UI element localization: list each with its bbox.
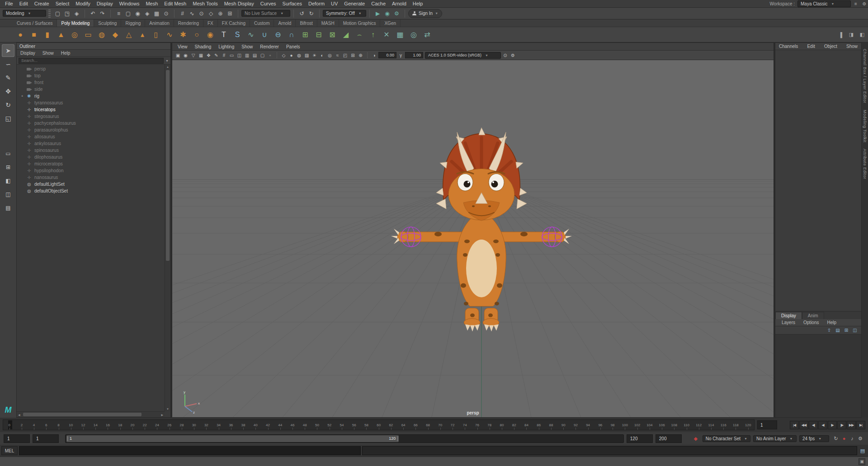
menu-item[interactable]: Generate bbox=[341, 1, 368, 6]
gate-mask-icon[interactable]: ▥ bbox=[243, 52, 251, 59]
playback-loop-icon[interactable]: ↻ bbox=[832, 434, 840, 442]
mute-sound-icon[interactable]: ♪ bbox=[848, 434, 856, 442]
viewport-menu-item[interactable]: Panels bbox=[283, 44, 304, 49]
sweep-mesh-icon[interactable]: ∿ bbox=[244, 28, 258, 42]
outliner-item[interactable]: nanosaurus bbox=[17, 174, 165, 181]
outliner-item[interactable]: top bbox=[17, 72, 165, 79]
menu-item[interactable]: Create bbox=[31, 1, 52, 6]
outliner-menu-item[interactable]: Display bbox=[17, 51, 39, 56]
outliner-item[interactable]: side bbox=[17, 86, 165, 93]
view-transform-selector[interactable]: ACES 1.0 SDR-video (sRGB) ▼ bbox=[425, 52, 501, 59]
snap-to-curve-icon[interactable]: ∿ bbox=[187, 9, 197, 18]
motion-blur-icon[interactable]: ≈ bbox=[334, 52, 341, 59]
boolean-union-icon[interactable]: ∪ bbox=[258, 28, 271, 42]
empty-layer-icon[interactable]: ▤ bbox=[834, 327, 841, 334]
bevel-icon[interactable]: ◢ bbox=[339, 28, 353, 42]
select-mask-icon[interactable]: ◈ bbox=[142, 9, 152, 18]
layer-editor-menu-item[interactable]: Help bbox=[823, 320, 840, 325]
select-component-icon[interactable]: ◉ bbox=[133, 9, 142, 18]
shelf-tab[interactable]: MASH bbox=[317, 19, 339, 27]
grease-pencil-icon[interactable]: ✎ bbox=[212, 52, 220, 59]
current-frame-field[interactable]: 1 bbox=[757, 420, 777, 429]
film-gate-icon[interactable]: ▭ bbox=[228, 52, 236, 59]
gamma-field[interactable]: 1.00 bbox=[405, 52, 423, 58]
expand-toggle[interactable]: + bbox=[19, 94, 25, 98]
outliner-item[interactable]: tyrannosaurus bbox=[17, 99, 165, 106]
gamma-icon[interactable]: γ bbox=[397, 52, 405, 59]
snap-to-projected-center-icon[interactable]: ⊕ bbox=[216, 9, 225, 18]
poly-pipe-icon[interactable]: ▯ bbox=[149, 28, 163, 42]
poly-superellipse-icon[interactable]: ◉ bbox=[203, 28, 217, 42]
quad-draw-icon[interactable]: ▦ bbox=[393, 28, 407, 42]
range-slider[interactable]: 1 120 bbox=[65, 434, 624, 443]
shelf-tab[interactable]: FX Caching bbox=[218, 19, 250, 27]
script-editor-icon[interactable]: ▤ bbox=[859, 447, 867, 455]
help-line-toggle-icon[interactable]: ▣ bbox=[859, 458, 865, 465]
safe-action-icon[interactable]: ▢ bbox=[259, 52, 266, 59]
layer-editor-tab[interactable]: Anim bbox=[802, 312, 824, 319]
step-back-frame-button[interactable]: ◀| bbox=[809, 421, 818, 429]
field-chart-icon[interactable]: ▤ bbox=[251, 52, 259, 59]
command-result-field[interactable] bbox=[362, 446, 857, 455]
new-scene-icon[interactable]: ▢ bbox=[53, 9, 62, 18]
paint-select-tool[interactable]: ✎ bbox=[2, 71, 14, 84]
extract-icon[interactable]: ⊠ bbox=[326, 28, 339, 42]
outliner-item[interactable]: triceratops bbox=[17, 106, 165, 113]
poly-sphere-icon[interactable]: ● bbox=[14, 28, 27, 42]
shelf-tab[interactable]: Curves / Surfaces bbox=[13, 19, 57, 27]
character-set-selector[interactable]: No Character Set ▼ bbox=[703, 435, 750, 442]
poly-cylinder-icon[interactable]: ▮ bbox=[41, 28, 54, 42]
menu-item[interactable]: Cache bbox=[368, 1, 389, 6]
use-lights-icon[interactable]: ☀ bbox=[311, 52, 318, 59]
bookmark-icon[interactable]: ▽ bbox=[189, 52, 197, 59]
sidebar-vertical-tab[interactable]: Modeling Toolkit bbox=[863, 110, 867, 142]
playback-start-field[interactable]: 1 bbox=[33, 434, 59, 443]
smooth-shade-icon[interactable]: ● bbox=[288, 52, 295, 59]
shelf-tab[interactable]: Sculpting bbox=[94, 19, 121, 27]
animation-start-field[interactable]: 1 bbox=[4, 434, 30, 443]
poly-plane-icon[interactable]: ▭ bbox=[81, 28, 95, 42]
target-weld-icon[interactable]: ◎ bbox=[407, 28, 420, 42]
xray-icon[interactable]: ⊞ bbox=[349, 52, 357, 59]
lasso-select-tool[interactable]: ∽ bbox=[2, 58, 14, 71]
viewport-settings-icon[interactable]: ⚙ bbox=[509, 52, 517, 59]
undo-icon[interactable]: ↶ bbox=[88, 9, 98, 18]
menu-set-selector[interactable]: Modeling ▼ bbox=[3, 10, 46, 17]
snap-to-point-icon[interactable]: ⊙ bbox=[197, 9, 206, 18]
animation-end-field[interactable]: 200 bbox=[656, 434, 682, 443]
command-language-button[interactable]: MEL bbox=[1, 446, 18, 455]
isolate-select-icon[interactable]: ◰ bbox=[341, 52, 349, 59]
layer-editor-tab[interactable]: Display bbox=[775, 312, 802, 319]
exposure-field[interactable]: 0.00 bbox=[378, 52, 396, 58]
single-pane-layout-button[interactable]: ▭ bbox=[2, 147, 14, 160]
select-tool[interactable]: ➤ bbox=[2, 44, 14, 57]
channel-box-menu-item[interactable]: Object bbox=[824, 44, 837, 49]
saved-layouts-button[interactable]: ▤ bbox=[2, 202, 14, 214]
exposure-icon[interactable]: ◑ bbox=[370, 52, 378, 59]
shelf-tab[interactable]: Bifrost bbox=[296, 19, 317, 27]
channel-box-menu-item[interactable]: Channels bbox=[779, 44, 798, 49]
menu-item[interactable]: UV bbox=[328, 1, 341, 6]
save-scene-icon[interactable]: ◈ bbox=[72, 9, 81, 18]
outliner-horizontal-scrollbar[interactable]: ◀ ▶ bbox=[17, 411, 165, 417]
viewport-menu-item[interactable]: Renderer bbox=[256, 44, 283, 49]
open-scene-icon[interactable]: ◳ bbox=[62, 9, 72, 18]
safe-title-icon[interactable]: ▫ bbox=[266, 52, 274, 59]
wireframe-icon[interactable]: ◇ bbox=[280, 52, 288, 59]
poly-gear-icon[interactable]: ✱ bbox=[176, 28, 190, 42]
viewport-menu-item[interactable]: View bbox=[174, 44, 191, 49]
menu-item[interactable]: Mesh bbox=[142, 1, 161, 6]
go-to-start-button[interactable]: |◀ bbox=[790, 421, 799, 429]
outliner-item[interactable]: dilophosaurus bbox=[17, 154, 165, 160]
type-tool-icon[interactable]: T bbox=[217, 28, 231, 42]
ipr-render-icon[interactable]: ◉ bbox=[382, 9, 392, 18]
persp-outliner-layout-button[interactable]: ◧ bbox=[2, 174, 14, 187]
scroll-down-icon[interactable]: ▼ bbox=[166, 408, 169, 410]
channel-box-menu-item[interactable]: Edit bbox=[807, 44, 815, 49]
chevron-down-icon[interactable]: ▼ bbox=[165, 59, 169, 62]
outliner-item[interactable]: allosaurus bbox=[17, 133, 165, 140]
make-live-icon[interactable]: ⊞ bbox=[225, 9, 235, 18]
menu-item[interactable]: Surfaces bbox=[279, 1, 305, 6]
menu-item[interactable]: Curves bbox=[257, 1, 279, 6]
shelf-tab[interactable]: XGen bbox=[380, 19, 401, 27]
